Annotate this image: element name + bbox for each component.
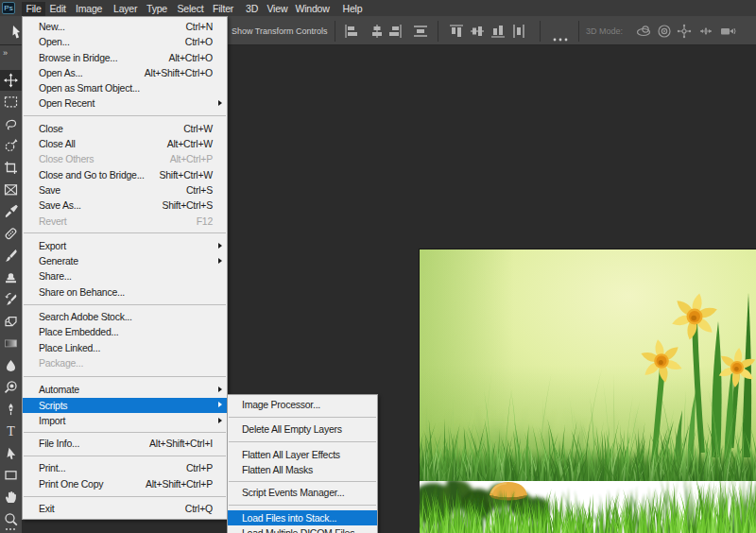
- svg-text:T: T: [7, 424, 15, 438]
- svg-text:»: »: [3, 48, 8, 58]
